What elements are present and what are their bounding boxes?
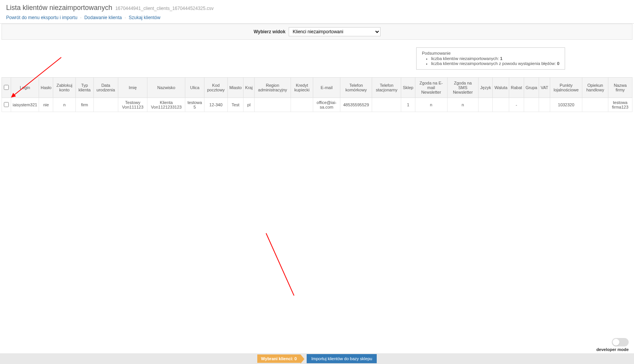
th-nazwa-firmy: Nazwa firmy xyxy=(608,78,632,98)
cell-haslo: nie xyxy=(39,98,53,112)
cell-ulica: testowa 5 xyxy=(185,98,204,112)
th-kod: Kod pocztowy xyxy=(204,78,227,98)
th-tel-kom: Telefon komórkowy xyxy=(340,78,372,98)
th-vat: VAT xyxy=(539,78,550,98)
cell-zgoda-email: n xyxy=(415,98,447,112)
th-login: Login xyxy=(11,78,39,98)
cell-region xyxy=(254,98,291,112)
breadcrumb-link-export[interactable]: Powrót do menu eksportu i importu xyxy=(6,15,77,20)
breadcrumb-sep: · xyxy=(80,15,81,20)
cell-waluta xyxy=(493,98,509,112)
th-grupa: Grupa xyxy=(524,78,539,98)
th-tel-stac: Telefon stacjonarny xyxy=(372,78,401,98)
row-checkbox[interactable] xyxy=(4,102,9,107)
cell-punkty: 1032320 xyxy=(550,98,582,112)
cell-login: iaisystem321 xyxy=(11,98,39,112)
table-row: iaisystem321 nie n firm Testowy Von11112… xyxy=(2,98,632,112)
cell-kraj: pl xyxy=(243,98,255,112)
view-selector[interactable]: Klienci niezaimportowani xyxy=(289,27,381,36)
table-header-row: Login Hasło Zablokuj konto Typ klienta D… xyxy=(2,78,632,98)
header-section: Lista klientów niezaimportowanych 167044… xyxy=(0,0,634,24)
summary-box: Podsumowanie liczba klientów niezaimport… xyxy=(416,47,565,70)
th-kraj: Kraj xyxy=(243,78,255,98)
cell-nazwisko: Klienta Von1121233123 xyxy=(147,98,185,112)
th-waluta: Waluta xyxy=(493,78,509,98)
th-haslo: Hasło xyxy=(39,78,53,98)
cell-vat xyxy=(539,98,550,112)
view-selector-bar: Wybierz widok Klienci niezaimportowani xyxy=(2,24,632,40)
cell-opiekun xyxy=(582,98,608,112)
summary-container: Podsumowanie liczba klientów niezaimport… xyxy=(0,40,634,77)
cell-grupa xyxy=(524,98,539,112)
cell-zgoda-sms: n xyxy=(447,98,479,112)
th-zgoda-email: Zgoda na E-mail Newsletter xyxy=(415,78,447,98)
clients-table: Login Hasło Zablokuj konto Typ klienta D… xyxy=(2,77,632,112)
spacer xyxy=(0,112,634,296)
th-rabat: Rabat xyxy=(509,78,524,98)
cell-data-ur xyxy=(93,98,118,112)
cell-tel-kom: 48535595529 xyxy=(340,98,372,112)
title-row: Lista klientów niezaimportowanych 167044… xyxy=(6,4,628,12)
cell-miasto: Test xyxy=(227,98,243,112)
th-miasto: Miasto xyxy=(227,78,243,98)
summary-errors: liczba klientów niezaimportowanych z pow… xyxy=(431,61,559,66)
breadcrumb-link-add[interactable]: Dodawanie klienta xyxy=(84,15,122,20)
cell-sklep: 1 xyxy=(401,98,415,112)
header-checkbox-cell xyxy=(2,78,11,98)
th-zablokuj: Zablokuj konto xyxy=(53,78,76,98)
th-punkty: Punkty lojalnościowe xyxy=(550,78,582,98)
cell-nazwa-firmy: testowa firma123 xyxy=(608,98,632,112)
cell-kod: 12-340 xyxy=(204,98,227,112)
th-opiekun: Opiekun handlowy xyxy=(582,78,608,98)
cell-jezyk xyxy=(479,98,493,112)
cell-rabat: - xyxy=(509,98,524,112)
th-data-ur: Data urodzenia xyxy=(93,78,118,98)
cell-kredyt xyxy=(291,98,313,112)
th-jezyk: Język xyxy=(479,78,493,98)
breadcrumb-link-search[interactable]: Szukaj klientów xyxy=(129,15,160,20)
cell-zablokuj: n xyxy=(53,98,76,112)
cell-email: office@iai-sa.com xyxy=(313,98,340,112)
th-ulica: Ulica xyxy=(185,78,204,98)
th-region: Region administracyjny xyxy=(254,78,291,98)
cell-typ: firm xyxy=(76,98,93,112)
page-title: Lista klientów niezaimportowanych xyxy=(6,4,112,12)
view-selector-label: Wybierz widok xyxy=(253,29,285,34)
th-nazwisko: Nazwisko xyxy=(147,78,185,98)
th-kredyt: Kredyt kupiecki xyxy=(291,78,313,98)
table-wrapper: Login Hasło Zablokuj konto Typ klienta D… xyxy=(2,77,632,112)
summary-title: Podsumowanie xyxy=(422,51,559,55)
cell-tel-stac xyxy=(372,98,401,112)
select-all-checkbox[interactable] xyxy=(4,85,9,90)
th-imie: Imię xyxy=(118,78,147,98)
th-email: E-mail xyxy=(313,78,340,98)
th-sklep: Sklep xyxy=(401,78,415,98)
row-checkbox-cell xyxy=(2,98,11,112)
th-zgoda-sms: Zgoda na SMS Newsletter xyxy=(447,78,479,98)
breadcrumb-sep: · xyxy=(125,15,126,20)
summary-not-imported: liczba klientów niezaimportowanych: 1 xyxy=(431,56,559,61)
th-typ: Typ klienta xyxy=(76,78,93,98)
breadcrumb: Powrót do menu eksportu i importu · Doda… xyxy=(6,15,628,20)
filename: 1670444941_client_clients_1670444524325.… xyxy=(115,6,214,11)
cell-imie: Testowy Von111123 xyxy=(118,98,147,112)
